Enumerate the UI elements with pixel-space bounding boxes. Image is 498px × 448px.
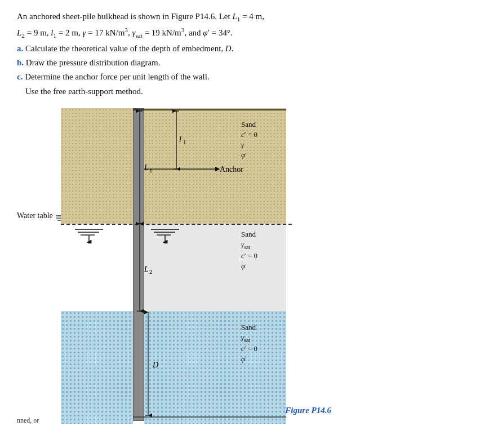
- problem-part-b: b. Draw the pressure distribution diagra…: [17, 56, 479, 69]
- sand-top-line1: Sand: [241, 119, 257, 130]
- right-soil-top: [144, 108, 286, 224]
- problem-text: An anchored sheet-pile bulkhead is shown…: [17, 10, 479, 98]
- problem-line1: An anchored sheet-pile bulkhead is shown…: [17, 10, 479, 24]
- part-b-text: Draw the pressure distribution diagram.: [26, 58, 161, 67]
- problem-part-c: c. Determine the anchor force per unit l…: [17, 70, 479, 83]
- sand-mid-phi: φ′: [241, 261, 257, 271]
- part-b-label: b.: [17, 58, 24, 67]
- part-c-label: c.: [17, 72, 23, 81]
- problem-free-earth: Use the free earth-support method.: [17, 85, 479, 98]
- part-a-text: Calculate the theoretical value of the d…: [25, 44, 233, 53]
- sand-bot-gamma: γsat: [241, 332, 257, 344]
- sand-bot-c: c′ = 0: [241, 344, 257, 354]
- water-level-icon: [72, 227, 123, 243]
- water-level-right-icon: [148, 227, 199, 243]
- sand-top-c: c′ = 0: [241, 130, 257, 140]
- part-c-text: Determine the anchor force per unit leng…: [25, 72, 209, 81]
- diagram: l 1 L 1 L 2 D Anchor: [61, 108, 343, 424]
- sand-mid-line1: Sand: [241, 229, 257, 239]
- left-soil-top: [61, 108, 133, 224]
- sand-label-bot: Sand γsat c′ = 0 φ′: [241, 322, 257, 365]
- figure-caption: Figure P14.6: [285, 406, 331, 415]
- sand-label-top: Sand c′ = 0 γ φ′: [241, 119, 257, 161]
- sand-top-gamma: γ: [241, 140, 257, 150]
- sand-label-mid: Sand γsat c′ = 0 φ′: [241, 229, 257, 272]
- figure-area: Water table: [17, 108, 481, 424]
- right-soil-bottom: [144, 311, 286, 424]
- problem-part-a: a. Calculate the theoretical value of th…: [17, 42, 479, 55]
- sand-top-phi: φ′: [241, 150, 257, 160]
- sand-mid-c: c′ = 0: [241, 251, 257, 261]
- water-symbols-right: [148, 227, 199, 246]
- pile-wall: [133, 108, 144, 421]
- footer-text: nned, or: [17, 416, 39, 425]
- problem-line2: L2 = 9 m, l1 = 2 m, γ = 17 kN/m3, γsat =…: [17, 25, 479, 41]
- sand-bot-phi: φ′: [241, 354, 257, 364]
- sand-bot-line1: Sand: [241, 322, 257, 332]
- left-soil-bottom: [61, 311, 133, 424]
- water-table-text: Water table: [17, 211, 53, 220]
- water-table-line: [61, 224, 292, 225]
- water-symbols-left: [72, 227, 123, 246]
- sand-mid-gamma: γsat: [241, 239, 257, 251]
- part-a-label: a.: [17, 44, 23, 53]
